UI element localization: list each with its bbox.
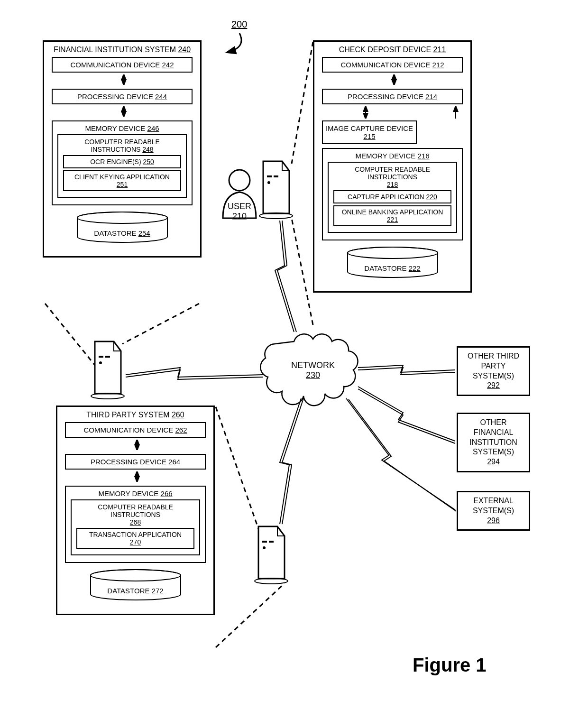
fin-cri: COMPUTER READABLE INSTRUCTIONS 248 OCR E… — [57, 134, 187, 198]
svg-point-16 — [267, 181, 270, 184]
fin-comm-device: COMMUNICATION DEVICE 242 — [52, 57, 193, 73]
cdd-image-capture: IMAGE CAPTURE DEVICE215 — [322, 120, 417, 144]
svg-rect-22 — [262, 541, 267, 543]
svg-point-20 — [99, 361, 102, 364]
svg-rect-15 — [274, 175, 278, 177]
svg-line-28 — [292, 42, 313, 164]
svg-rect-23 — [269, 541, 274, 543]
svg-point-24 — [263, 546, 266, 549]
cdd-datastore: DATASTORE 222 — [318, 246, 467, 287]
cdd-cri: COMPUTER READABLE INSTRUCTIONS218 CAPTUR… — [328, 162, 457, 233]
svg-line-30 — [216, 407, 258, 529]
svg-rect-18 — [99, 356, 103, 358]
svg-rect-14 — [267, 175, 272, 177]
svg-point-13 — [229, 170, 250, 191]
cdd-processing-device: PROCESSING DEVICE 214 — [322, 89, 463, 104]
figure-label: Figure 1 — [413, 655, 487, 676]
svg-rect-19 — [105, 356, 110, 358]
third-party-system: THIRD PARTY SYSTEM 260 COMMUNICATION DEV… — [56, 406, 215, 615]
network-label: NETWORK230 — [287, 360, 339, 380]
svg-line-29 — [292, 218, 313, 325]
cdd-title: CHECK DEPOSIT DEVICE 211 — [318, 46, 467, 54]
svg-line-27 — [122, 304, 199, 344]
svg-point-25 — [255, 578, 288, 584]
tps-processing-device: PROCESSING DEVICE 264 — [65, 454, 206, 470]
other-financial-institution-systems: OTHER FINANCIAL INSTITUTION SYSTEM(S)294 — [457, 413, 530, 472]
cdd-online-banking: ONLINE BANKING APPLICATION221 — [333, 205, 451, 226]
fin-ocr: OCR ENGINE(S) 250 — [63, 155, 181, 168]
user-label: USER210 — [228, 202, 251, 221]
tps-memory-device: MEMORY DEVICE 266 COMPUTER READABLE INST… — [65, 486, 206, 563]
fin-title: FINANCIAL INSTITUTION SYSTEM 240 — [48, 46, 196, 54]
tps-transaction-app: TRANSACTION APPLICATION270 — [76, 528, 194, 549]
financial-institution-system: FINANCIAL INSTITUTION SYSTEM 240 COMMUNI… — [43, 40, 202, 258]
other-third-party-systems: OTHER THIRD PARTY SYSTEM(S)292 — [457, 346, 530, 396]
svg-point-17 — [259, 213, 293, 219]
fin-client-keying: CLIENT KEYING APPLICATION251 — [63, 170, 181, 191]
tps-comm-device: COMMUNICATION DEVICE 262 — [65, 422, 206, 438]
figure-ref: 200 — [231, 19, 247, 30]
tps-title: THIRD PARTY SYSTEM 260 — [61, 411, 210, 419]
tps-datastore: DATASTORE 272 — [61, 569, 210, 610]
external-systems: EXTERNAL SYSTEM(S)296 — [457, 491, 530, 531]
fin-memory-device: MEMORY DEVICE 246 COMPUTER READABLE INST… — [52, 120, 193, 205]
tps-cri: COMPUTER READABLE INSTRUCTIONS268 TRANSA… — [71, 499, 200, 555]
fin-datastore: DATASTORE 254 — [48, 211, 196, 252]
check-deposit-device: CHECK DEPOSIT DEVICE 211 COMMUNICATION D… — [313, 40, 472, 293]
svg-line-31 — [216, 583, 285, 647]
cdd-capture-app: CAPTURE APPLICATION 220 — [333, 190, 451, 203]
cdd-memory-device: MEMORY DEVICE 216 COMPUTER READABLE INST… — [322, 148, 463, 240]
svg-point-21 — [91, 393, 124, 399]
svg-line-26 — [45, 304, 95, 365]
fin-processing-device: PROCESSING DEVICE 244 — [52, 89, 193, 104]
cdd-comm-device: COMMUNICATION DEVICE 212 — [322, 57, 463, 73]
